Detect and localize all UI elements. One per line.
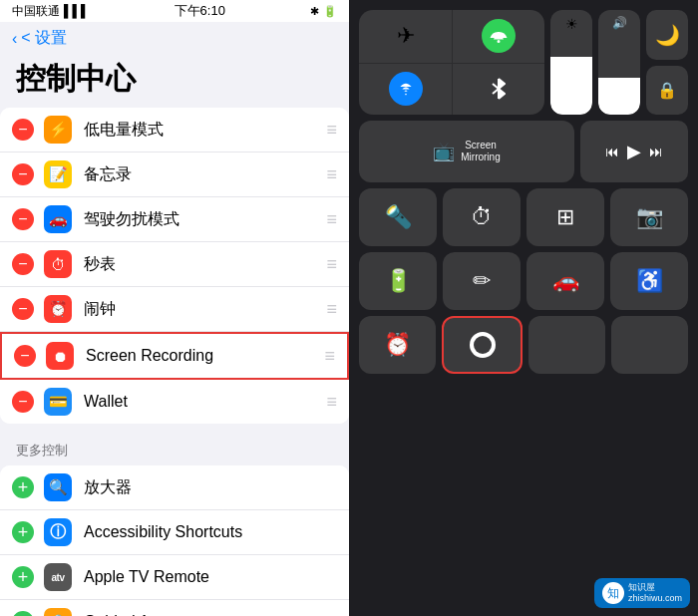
rewind-button[interactable]: ⏮ <box>605 144 619 159</box>
accessibility-button[interactable]: ♿ <box>610 252 688 310</box>
notes-button[interactable]: ✏ <box>443 252 521 310</box>
back-navigation[interactable]: ‹ < 设置 <box>0 22 349 55</box>
driving-icon: 🚗 <box>44 205 72 233</box>
extra-button-2[interactable] <box>611 316 688 374</box>
status-bar: 中国联通 ▌▌▌ 下午6:10 ✱ 🔋 <box>0 0 349 22</box>
playback-controls: ⏮ ▶ ⏭ <box>580 121 688 182</box>
list-item[interactable]: + 🔍 放大器 <box>0 465 349 510</box>
appletv-icon: atv <box>44 563 72 591</box>
row-label: Screen Recording <box>86 347 324 365</box>
wifi-button[interactable] <box>452 10 544 63</box>
extra-button-1[interactable] <box>528 316 605 374</box>
list-item[interactable]: − ⏱ 秒表 ≡ <box>0 242 349 287</box>
remove-button[interactable]: − <box>12 208 34 230</box>
status-bar-right: ✱ 🔋 <box>310 5 337 18</box>
list-item[interactable]: − ⏰ 闹钟 ≡ <box>0 287 349 332</box>
add-button[interactable]: + <box>12 566 34 588</box>
remove-button[interactable]: − <box>12 119 34 141</box>
settings-panel: 中国联通 ▌▌▌ 下午6:10 ✱ 🔋 ‹ < 设置 控制中心 − ⚡ 低电量模… <box>0 0 349 616</box>
watermark-text: 知识屋 zhishiwu.com <box>628 582 682 604</box>
connectivity-grid: ✈ <box>359 10 544 115</box>
stopwatch-icon: ⏱ <box>44 250 72 278</box>
calculator-button[interactable]: ⊞ <box>526 188 604 246</box>
media-controls-row: ⏮ ▶ ⏭ <box>580 121 688 182</box>
drag-handle-icon[interactable]: ≡ <box>326 299 337 320</box>
alarm-button[interactable]: ⏰ <box>359 316 436 374</box>
control-center: ✈ <box>349 0 698 616</box>
add-button[interactable]: + <box>12 521 34 543</box>
wallet-icon: 💳 <box>44 388 72 416</box>
section-header: 更多控制 <box>0 426 349 465</box>
airplane-button[interactable]: ✈ <box>359 10 452 63</box>
timer-button[interactable]: ⏱ <box>443 188 521 246</box>
media-row: 📺 ScreenMirroring ⏮ ▶ ⏭ <box>359 121 688 182</box>
list-item[interactable]: − 💳 Wallet ≡ <box>0 380 349 424</box>
accessibility-shortcuts-row[interactable]: + ⓘ Accessibility Shortcuts <box>0 510 349 555</box>
drag-handle-icon[interactable]: ≡ <box>324 346 335 367</box>
carplay-button[interactable]: 🚗 <box>526 252 604 310</box>
magnifier-icon: 🔍 <box>44 473 72 501</box>
row-label: 闹钟 <box>84 299 326 320</box>
camera-button[interactable]: 📷 <box>610 188 688 246</box>
add-button[interactable]: + <box>12 611 34 616</box>
battery-button[interactable]: 🔋 <box>359 252 437 310</box>
rotation-lock-button[interactable]: 🔒 <box>646 66 688 116</box>
screen-record-button[interactable] <box>442 316 523 374</box>
row-label: 放大器 <box>84 477 337 498</box>
remove-button[interactable]: − <box>12 391 34 413</box>
row-label: Wallet <box>84 393 326 411</box>
watermark: 知 知识屋 zhishiwu.com <box>594 578 690 608</box>
flashlight-button[interactable]: 🔦 <box>359 188 437 246</box>
list-item[interactable]: − ⚡ 低电量模式 ≡ <box>0 108 349 153</box>
bluetooth-icon: ✱ <box>310 5 319 18</box>
add-button[interactable]: + <box>12 476 34 498</box>
volume-slider[interactable]: 🔊 <box>598 10 640 115</box>
guided-access-row[interactable]: + 🔒 Guided Access <box>0 600 349 616</box>
row-label: 驾驶勿扰模式 <box>84 209 326 230</box>
watermark-icon: 知 <box>602 582 624 604</box>
remove-button[interactable]: − <box>12 298 34 320</box>
list-item[interactable]: − 🚗 驾驶勿扰模式 ≡ <box>0 197 349 242</box>
carrier-text: 中国联通 <box>12 3 60 20</box>
icons-row-2: 🔋 ✏ 🚗 ♿ <box>359 252 688 310</box>
list-item[interactable]: + atv Apple TV Remote <box>0 555 349 600</box>
drag-handle-icon[interactable]: ≡ <box>326 164 337 185</box>
back-label: < 设置 <box>21 28 67 49</box>
back-chevron-icon: ‹ <box>12 30 17 48</box>
brightness-slider[interactable]: ☀ <box>550 10 592 115</box>
control-center-panel: ✈ <box>349 0 698 616</box>
drag-handle-icon[interactable]: ≡ <box>326 120 337 141</box>
row-label: 秒表 <box>84 254 326 275</box>
low-power-icon: ⚡ <box>44 116 72 144</box>
row-label: 低电量模式 <box>84 120 326 141</box>
more-controls-list: + 🔍 放大器 + ⓘ Accessibility Shortcuts + at… <box>0 465 349 616</box>
bluetooth-button[interactable] <box>452 63 544 116</box>
notes-icon: 📝 <box>44 160 72 188</box>
icons-row-1: 🔦 ⏱ ⊞ 📷 <box>359 188 688 246</box>
fast-forward-button[interactable]: ⏭ <box>649 144 663 159</box>
remove-button[interactable]: − <box>12 163 34 185</box>
remove-button[interactable]: − <box>12 253 34 275</box>
remove-button[interactable]: − <box>14 345 36 367</box>
drag-handle-icon[interactable]: ≡ <box>326 209 337 230</box>
status-bar-left: 中国联通 ▌▌▌ <box>12 3 90 20</box>
signal-icon: ▌▌▌ <box>64 4 90 18</box>
list-item[interactable]: − 📝 备忘录 ≡ <box>0 153 349 197</box>
drag-handle-icon[interactable]: ≡ <box>326 392 337 413</box>
moon-button[interactable]: 🌙 <box>646 10 688 60</box>
row-label: Accessibility Shortcuts <box>84 523 337 541</box>
drag-handle-icon[interactable]: ≡ <box>326 254 337 275</box>
row-label: Apple TV Remote <box>84 568 337 586</box>
time-display: 下午6:10 <box>174 2 225 20</box>
row-label: 备忘录 <box>84 164 326 185</box>
screen-recording-row[interactable]: − ⏺ Screen Recording ≡ <box>0 332 349 380</box>
play-button[interactable]: ▶ <box>627 141 641 162</box>
battery-display: 🔋 <box>323 5 337 18</box>
wifi2-button[interactable] <box>359 63 452 116</box>
screen-mirroring-button[interactable]: 📺 ScreenMirroring <box>359 121 574 182</box>
clock-icon: ⏰ <box>44 295 72 323</box>
icons-row-3: ⏰ <box>359 316 688 374</box>
page-title: 控制中心 <box>0 55 349 108</box>
included-controls-list: − ⚡ 低电量模式 ≡ − 📝 备忘录 ≡ − 🚗 驾驶勿扰模式 ≡ − ⏱ 秒… <box>0 108 349 424</box>
guided-access-icon: 🔒 <box>44 608 72 616</box>
